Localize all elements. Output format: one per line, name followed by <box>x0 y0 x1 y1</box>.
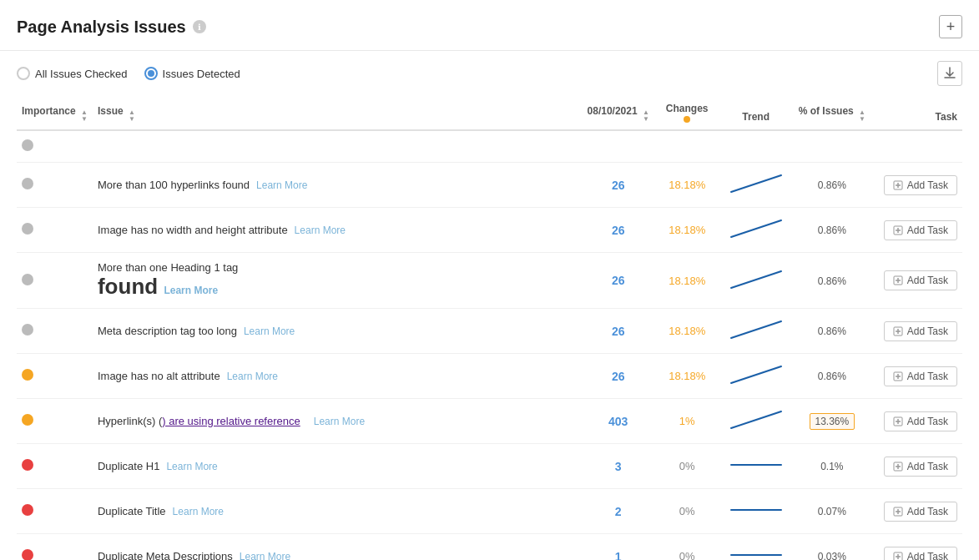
task-cell: Add Task <box>871 444 962 489</box>
date-column-header[interactable]: 08/10/2021 ▲▼ <box>581 96 656 130</box>
info-icon[interactable]: ℹ <box>193 20 206 33</box>
add-task-button[interactable]: Add Task <box>884 411 957 431</box>
add-task-button[interactable]: Add Task <box>884 321 957 341</box>
learn-more-link[interactable]: Learn More <box>166 461 217 472</box>
issues-detected-option[interactable]: Issues Detected <box>144 67 240 80</box>
add-task-button[interactable]: Add Task <box>884 457 957 477</box>
percent-value: 0.86% <box>818 225 846 236</box>
header-left: Page Analysis Issues ℹ <box>17 18 206 37</box>
percent-value: 0.03% <box>818 551 846 560</box>
changes-cell: 0% <box>656 444 719 489</box>
importance-dot <box>22 139 33 151</box>
learn-more-link[interactable]: Learn More <box>173 506 224 517</box>
table-row: Meta description tag too long Learn More… <box>17 309 962 354</box>
filter-options: All Issues Checked Issues Detected <box>17 67 240 80</box>
add-task-button[interactable]: Add Task <box>884 366 957 386</box>
all-issues-option[interactable]: All Issues Checked <box>17 67 128 80</box>
add-task-button[interactable]: Add Task <box>884 547 957 561</box>
changes-cell: 18.18% <box>656 253 719 309</box>
learn-more-link[interactable]: Learn More <box>227 371 278 382</box>
add-task-button[interactable]: Add Task <box>884 175 957 195</box>
table-row: Image has no width and height attribute … <box>17 208 962 253</box>
issue-cell: Duplicate Meta Descriptions Learn More <box>93 534 581 561</box>
task-cell: Add Task <box>871 253 962 309</box>
learn-more-link[interactable]: Learn More <box>244 325 295 337</box>
importance-dot <box>22 549 33 560</box>
issue-cell: Image has no alt attribute Learn More <box>93 354 581 399</box>
count-cell: 26 <box>581 163 656 208</box>
add-task-icon <box>893 275 903 285</box>
changes-cell: 18.18% <box>656 163 719 208</box>
changes-column-header[interactable]: Changes <box>656 96 719 130</box>
learn-more-link[interactable]: Learn More <box>164 285 218 296</box>
issue-cell: Duplicate Title Learn More <box>93 489 581 534</box>
importance-cell <box>17 444 93 489</box>
issue-text: Meta description tag too long <box>98 325 237 337</box>
learn-more-link[interactable]: Learn More <box>240 551 290 561</box>
issues-detected-label: Issues Detected <box>163 68 240 80</box>
trend-cell <box>719 534 794 561</box>
importance-dot <box>22 459 33 471</box>
add-button[interactable]: + <box>939 15 962 38</box>
trend-cell <box>719 354 794 399</box>
download-button[interactable] <box>937 61 962 86</box>
importance-dot <box>22 178 33 189</box>
add-task-button[interactable]: Add Task <box>884 270 957 290</box>
table-row: Hyperlink(s) () are using relative refer… <box>17 399 962 444</box>
count-cell: 26 <box>581 208 656 253</box>
issue-text: Image has no width and height attribute <box>98 224 288 236</box>
importance-cell <box>17 208 93 253</box>
issue-text: Hyperlink(s) () are using relative refer… <box>98 415 300 427</box>
learn-more-link[interactable]: Learn More <box>295 225 346 236</box>
issue-text: Duplicate Meta Descriptions <box>98 550 233 560</box>
task-cell: Add Task <box>871 489 962 534</box>
importance-dot <box>22 369 33 381</box>
all-issues-radio[interactable] <box>17 67 30 80</box>
issue-cell: Duplicate H1 Learn More <box>93 444 581 489</box>
learn-more-link[interactable]: Learn More <box>314 416 365 427</box>
issues-detected-radio[interactable] <box>144 67 158 80</box>
percent-cell: 0.86% <box>794 309 871 354</box>
percent-value: 0.86% <box>818 325 846 337</box>
issue-cell: Image has no width and height attribute … <box>93 208 581 253</box>
all-issues-label: All Issues Checked <box>35 68 128 80</box>
task-cell: Add Task <box>871 208 962 253</box>
learn-more-link[interactable]: Learn More <box>256 179 307 191</box>
issue-cell: More than 100 hyperlinks found Learn Mor… <box>93 163 581 208</box>
importance-cell <box>17 130 93 163</box>
table-row: Duplicate H1 Learn More 3 0% 0.1% Add Ta… <box>17 444 962 489</box>
importance-column-header[interactable]: Importance ▲▼ <box>17 96 93 130</box>
percent-cell: 0.07% <box>794 489 871 534</box>
trend-column-header: Trend <box>719 96 794 130</box>
add-task-icon <box>893 462 903 472</box>
table-row: Image has no alt attribute Learn More 26… <box>17 354 962 399</box>
percent-badge: 13.36% <box>810 413 855 430</box>
table-header-row: Importance ▲▼ Issue ▲▼ 08/10/2021 ▲▼ Cha… <box>17 96 962 130</box>
page-header: Page Analysis Issues ℹ + <box>0 0 979 51</box>
issue-column-header[interactable]: Issue ▲▼ <box>93 96 581 130</box>
issue-text: Duplicate H1 <box>98 460 159 472</box>
percent-cell: 0.1% <box>794 444 871 489</box>
trend-cell <box>719 444 794 489</box>
count-cell: 26 <box>581 253 656 309</box>
percent-value: 0.1% <box>820 461 843 472</box>
page-title: Page Analysis Issues <box>17 18 186 37</box>
importance-cell <box>17 354 93 399</box>
download-icon <box>943 67 956 80</box>
table-row: Duplicate Title Learn More 2 0% 0.07% Ad… <box>17 489 962 534</box>
task-cell: Add Task <box>871 354 962 399</box>
percent-cell: 0.86% <box>794 163 871 208</box>
percent-column-header[interactable]: % of Issues ▲▼ <box>794 96 871 130</box>
add-task-button[interactable]: Add Task <box>884 220 957 240</box>
add-task-button[interactable]: Add Task <box>884 502 957 522</box>
changes-cell: 18.18% <box>656 309 719 354</box>
count-cell: 403 <box>581 399 656 444</box>
percent-value: 0.86% <box>818 179 846 191</box>
percent-cell: 0.86% <box>794 208 871 253</box>
importance-dot <box>22 324 33 335</box>
task-cell: Add Task <box>871 163 962 208</box>
percent-cell: 0.86% <box>794 253 871 309</box>
trend-cell <box>719 253 794 309</box>
table-row: More than one Heading 1 tag found Learn … <box>17 253 962 309</box>
table-row: same as <h1></span> <a class="learn-more… <box>17 130 962 163</box>
